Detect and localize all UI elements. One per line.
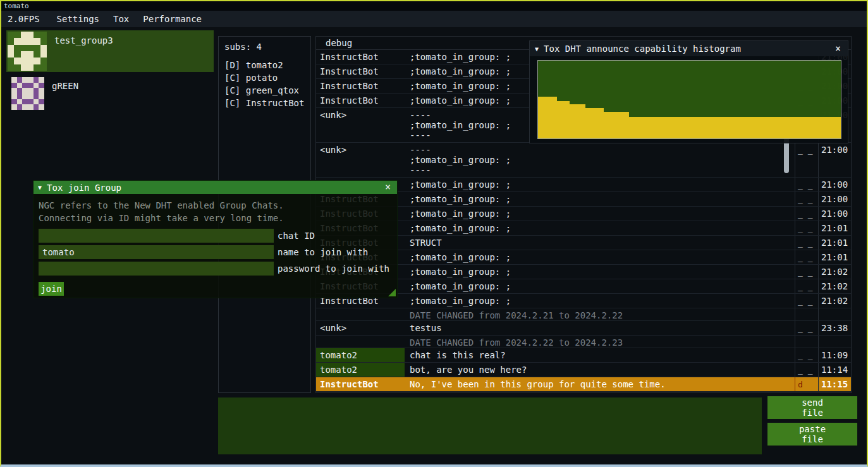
delivery-flags: _ _ bbox=[795, 221, 818, 235]
members-list: [D] tomato2[C] potato[C] green_qtox[C] I… bbox=[219, 59, 310, 110]
message-text: ;tomato_in_group: ; bbox=[405, 265, 795, 279]
delivery-flags: _ _ bbox=[795, 279, 818, 293]
window-title: tomato bbox=[4, 2, 29, 10]
timestamp bbox=[818, 336, 851, 348]
chat-id-input[interactable] bbox=[39, 229, 274, 243]
chat-id-label: chat ID bbox=[278, 229, 315, 243]
timestamp: 21:00 bbox=[818, 178, 851, 191]
sender-name: tomato2 bbox=[316, 348, 405, 362]
delivery-flags: _ _ bbox=[795, 236, 818, 250]
join-group-window: ▼ Tox join Group × NGC refers to the New… bbox=[33, 180, 398, 298]
os-title-bar[interactable]: tomato bbox=[1, 1, 867, 11]
histogram-bar bbox=[585, 108, 604, 138]
join-info-line: Connecting via ID might take a very long… bbox=[39, 212, 392, 224]
tab-debug[interactable]: debug bbox=[326, 38, 352, 48]
sender-name: tomato2 bbox=[316, 363, 405, 377]
sender-name: InstructBot bbox=[316, 64, 405, 78]
timestamp bbox=[818, 308, 851, 320]
message-row[interactable]: InstructBotNo, I've been in this group f… bbox=[316, 377, 851, 392]
timestamp: 23:38 bbox=[818, 321, 851, 335]
message-text: No, I've been in this group for quite so… bbox=[405, 377, 795, 391]
timestamp: 21:02 bbox=[818, 294, 851, 308]
delivery-flags: _ _ bbox=[795, 192, 818, 206]
member-item[interactable]: [C] InstructBot bbox=[219, 97, 310, 110]
timestamp: 21:00 bbox=[818, 143, 851, 177]
group-avatar bbox=[8, 32, 47, 71]
timestamp: 21:01 bbox=[818, 250, 851, 264]
resize-grip-icon[interactable] bbox=[388, 289, 396, 296]
collapse-icon[interactable]: ▼ bbox=[38, 184, 42, 191]
join-field-join-password: password to join with bbox=[39, 262, 392, 276]
join-window-title: Tox join Group bbox=[47, 183, 121, 193]
message-text: ;tomato_in_group: ; bbox=[405, 207, 795, 221]
message-text: ;tomato_in_group: ; bbox=[405, 294, 795, 308]
join-field-join-name: name to join with bbox=[39, 245, 392, 259]
delivery-flags: _ _ bbox=[795, 294, 818, 308]
join-name-input[interactable] bbox=[39, 245, 274, 259]
delivery-flags bbox=[795, 336, 818, 348]
menu-item-tox[interactable]: Tox bbox=[106, 11, 136, 27]
paste-file-button[interactable]: paste file bbox=[767, 423, 857, 446]
message-text: testus bbox=[405, 321, 795, 335]
sender-name: <unk> bbox=[316, 108, 405, 142]
sender-name: InstructBot bbox=[316, 50, 405, 64]
close-icon[interactable]: × bbox=[833, 44, 843, 54]
delivery-flags: _ _ bbox=[795, 143, 818, 177]
histogram-plot bbox=[537, 60, 841, 139]
histogram-window-title: Tox DHT announce capability histogram bbox=[544, 44, 741, 54]
timestamp: 11:15 bbox=[818, 377, 851, 391]
message-text: chat is this real? bbox=[405, 348, 795, 362]
fps-counter: 2.0FPS bbox=[6, 11, 41, 27]
message-row[interactable]: tomato2chat is this real?_ _11:09 bbox=[316, 348, 851, 363]
group-item-gREEN[interactable]: gREEN bbox=[6, 72, 214, 111]
message-row[interactable]: tomato2bot, are you new here?_ _11:14 bbox=[316, 363, 851, 377]
delivery-flags: _ _ bbox=[795, 265, 818, 279]
date-row[interactable]: DATE CHANGED from 2024.2.22 to 2024.2.23 bbox=[316, 336, 851, 348]
timestamp: 21:01 bbox=[818, 221, 851, 235]
menu-item-settings[interactable]: Settings bbox=[50, 11, 106, 27]
date-row[interactable]: DATE CHANGED from 2024.2.21 to 2024.2.22 bbox=[316, 308, 851, 321]
timestamp: 11:09 bbox=[818, 348, 851, 362]
menu-item-performance[interactable]: Performance bbox=[136, 11, 209, 27]
date-text: DATE CHANGED from 2024.2.21 to 2024.2.22 bbox=[405, 308, 795, 320]
message-input[interactable] bbox=[218, 397, 762, 454]
delivery-flags: d bbox=[795, 377, 818, 391]
timestamp: 21:02 bbox=[818, 265, 851, 279]
join-window-title-bar[interactable]: ▼ Tox join Group × bbox=[34, 181, 397, 194]
message-text: ;tomato_in_group: ; bbox=[405, 178, 795, 191]
group-name: gREEN bbox=[52, 81, 78, 91]
close-icon[interactable]: × bbox=[383, 183, 393, 192]
timestamp: 21:00 bbox=[818, 207, 851, 221]
timestamp: 21:02 bbox=[818, 279, 851, 293]
sender-name: InstructBot bbox=[316, 79, 405, 93]
delivery-flags: _ _ bbox=[795, 250, 818, 264]
join-window-body: NGC refers to the New DHT enabled Group … bbox=[34, 194, 397, 296]
member-item[interactable]: [D] tomato2 bbox=[219, 59, 310, 72]
message-row[interactable]: <unk>----;tomato_in_group: ;----_ _21:00 bbox=[316, 143, 851, 178]
sender-name bbox=[316, 308, 405, 320]
join-password-input[interactable] bbox=[39, 262, 274, 276]
delivery-flags: _ _ bbox=[795, 178, 818, 191]
histogram-window-title-bar[interactable]: ▼ Tox DHT announce capability histogram … bbox=[530, 41, 848, 56]
sender-name bbox=[316, 336, 405, 348]
delivery-flags: _ _ bbox=[795, 348, 818, 362]
group-item-test_group3[interactable]: test_group3 bbox=[6, 30, 214, 72]
histogram-window: ▼ Tox DHT announce capability histogram … bbox=[529, 40, 848, 143]
collapse-icon[interactable]: ▼ bbox=[535, 45, 539, 52]
join-button[interactable]: join bbox=[39, 282, 64, 296]
message-row[interactable]: <unk>testus_ _23:38 bbox=[316, 321, 851, 336]
menu-bar: 2.0FPS SettingsToxPerformance bbox=[1, 11, 867, 27]
member-item[interactable]: [C] potato bbox=[219, 72, 310, 85]
message-text: ;tomato_in_group: ; bbox=[405, 279, 795, 293]
sender-name: <unk> bbox=[316, 143, 405, 177]
message-text: bot, are you new here? bbox=[405, 363, 795, 377]
timestamp: 21:01 bbox=[818, 236, 851, 250]
app-window: tomato 2.0FPS SettingsToxPerformance tes… bbox=[0, 0, 868, 467]
group-name: test_group3 bbox=[54, 35, 113, 45]
timestamp: 21:00 bbox=[818, 192, 851, 206]
member-item[interactable]: [C] green_qtox bbox=[219, 85, 310, 97]
send-file-button[interactable]: send file bbox=[767, 396, 857, 419]
join-fields: chat IDname to join withpassword to join… bbox=[39, 229, 392, 276]
delivery-flags bbox=[795, 308, 818, 320]
date-text: DATE CHANGED from 2024.2.22 to 2024.2.23 bbox=[405, 336, 795, 348]
